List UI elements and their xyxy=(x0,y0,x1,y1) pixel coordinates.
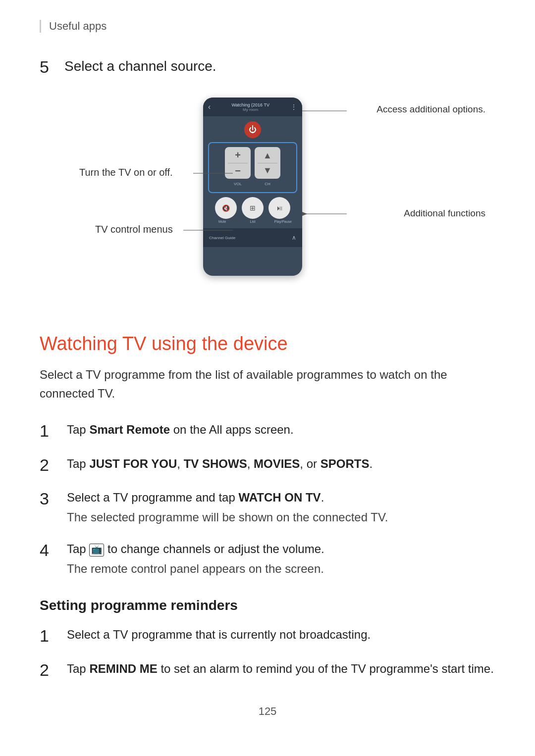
step-5-row: 5 Select a channel source. xyxy=(40,57,495,75)
step-5-number: 5 xyxy=(40,58,64,75)
step-2-content: Tap JUST FOR YOU, TV SHOWS, MOVIES, or S… xyxy=(67,455,495,473)
reminder-2-num: 2 xyxy=(40,660,67,680)
tv-control-label: TV control menus xyxy=(95,224,173,235)
step-3-content: Select a TV programme and tap WATCH ON T… xyxy=(67,489,495,526)
reminders-title: Setting programme reminders xyxy=(40,598,495,613)
section-title: Watching TV using the device xyxy=(40,333,495,355)
page-container: Useful apps 5 Select a channel source. T… xyxy=(0,0,535,756)
ch-down-icon: ▼ xyxy=(263,165,272,176)
reminder-step-1: 1 Select a TV programme that is currentl… xyxy=(40,626,495,646)
annotation-tv-control: TV control menus xyxy=(95,224,173,235)
reminder-2-text: Tap REMIND ME to set an alarm to remind … xyxy=(67,662,494,675)
title-line2: My room xyxy=(213,107,288,112)
reminder-1-content: Select a TV programme that is currently … xyxy=(67,626,495,644)
page-number: 125 xyxy=(40,705,495,718)
mute-icon: 🔇 xyxy=(222,204,230,212)
title-area: Watching (2016 TV My room xyxy=(211,102,290,112)
vol-up-icon: + xyxy=(235,150,241,161)
phone-topbar: ‹ Watching (2016 TV My room ⋮ xyxy=(203,98,302,116)
turn-tv-label: Turn the TV on or off. xyxy=(79,167,173,178)
watching-tv-section: Watching TV using the device Select a TV… xyxy=(40,333,495,578)
playpause-button[interactable]: ⏯ xyxy=(268,197,290,219)
step-1-num: 1 xyxy=(40,421,67,441)
power-btn-area: ⏻ xyxy=(203,121,302,138)
reminder-step-2: 2 Tap REMIND ME to set an alarm to remin… xyxy=(40,660,495,680)
reminder-1-text: Select a TV programme that is currently … xyxy=(67,628,371,641)
channel-guide-bar: Channel Guide ∧ xyxy=(203,228,302,247)
ch-divider xyxy=(258,163,277,163)
vol-ch-row: + − ▲ ▼ xyxy=(212,147,293,179)
watching-step-4: 4 Tap 📺 to change channels or adjust the… xyxy=(40,540,495,578)
annotation-access-options: Access additional options. xyxy=(376,104,485,115)
mute-label: Mute xyxy=(212,220,233,223)
additional-functions-label: Additional functions xyxy=(404,208,485,218)
power-button[interactable]: ⏻ xyxy=(244,121,261,138)
volume-control[interactable]: + − xyxy=(225,147,251,179)
channel-guide-text: Channel Guide xyxy=(209,236,235,240)
playpause-icon: ⏯ xyxy=(276,204,283,212)
sports-bold: SPORTS xyxy=(321,457,370,470)
step-1-content: Tap Smart Remote on the All apps screen. xyxy=(67,421,495,439)
annotation-additional-functions: Additional functions xyxy=(404,208,485,219)
reminder-1-num: 1 xyxy=(40,626,67,646)
grid-icon: ⊞ xyxy=(250,204,256,212)
watching-step-2: 2 Tap JUST FOR YOU, TV SHOWS, MOVIES, or… xyxy=(40,455,495,475)
bottom-icon-labels: Mute List Play/Pause xyxy=(203,219,302,224)
step-5-text: Select a channel source. xyxy=(64,57,216,75)
just-for-you-bold: JUST FOR YOU xyxy=(89,457,177,470)
menu-dots-icon: ⋮ xyxy=(290,103,297,111)
power-icon: ⏻ xyxy=(249,125,257,134)
step-4-main: Tap 📺 to change channels or adjust the v… xyxy=(67,542,324,555)
vol-down-icon: − xyxy=(235,165,241,177)
watch-on-tv-bold: WATCH ON TV xyxy=(238,491,321,504)
ctrl-labels-row: VOL CH xyxy=(212,182,293,186)
step-1-text: Tap Smart Remote on the All apps screen. xyxy=(67,423,294,436)
step-2-num: 2 xyxy=(40,455,67,475)
svg-marker-4 xyxy=(302,212,307,216)
step-4-sub: The remote control panel appears on the … xyxy=(67,560,495,578)
tv-shows-bold: TV SHOWS xyxy=(184,457,247,470)
diagram-container: Turn the TV on or off. TV control menus … xyxy=(40,90,495,308)
vol-divider xyxy=(228,163,248,163)
bottom-icons-row: 🔇 ⊞ ⏯ xyxy=(203,197,302,219)
vol-label: VOL xyxy=(225,182,251,186)
remote-mockup: ‹ Watching (2016 TV My room ⋮ ⏻ xyxy=(203,98,302,276)
ch-up-icon: ▲ xyxy=(263,151,272,161)
movies-bold: MOVIES xyxy=(254,457,300,470)
controls-highlight: + − ▲ ▼ VOL CH xyxy=(208,142,297,193)
step-3-sub: The selected programme will be shown on … xyxy=(67,508,495,526)
remote-inline-icon: 📺 xyxy=(89,544,104,556)
reminders-section: Setting programme reminders 1 Select a T… xyxy=(40,598,495,680)
access-options-label: Access additional options. xyxy=(376,104,485,114)
step-3-main: Select a TV programme and tap WATCH ON T… xyxy=(67,491,324,504)
watching-step-3: 3 Select a TV programme and tap WATCH ON… xyxy=(40,489,495,526)
annotation-turn-tv: Turn the TV on or off. xyxy=(79,167,173,178)
breadcrumb-text: Useful apps xyxy=(49,20,107,32)
channel-control[interactable]: ▲ ▼ xyxy=(255,147,280,179)
remind-me-bold: REMIND ME xyxy=(89,662,157,675)
step-4-num: 4 xyxy=(40,540,67,560)
playpause-label: Play/Pause xyxy=(272,220,294,223)
watching-step-1: 1 Tap Smart Remote on the All apps scree… xyxy=(40,421,495,441)
step-2-text: Tap JUST FOR YOU, TV SHOWS, MOVIES, or S… xyxy=(67,457,373,470)
reminder-2-content: Tap REMIND ME to set an alarm to remind … xyxy=(67,660,495,678)
title-line1: Watching (2016 TV xyxy=(213,102,288,107)
step-3-num: 3 xyxy=(40,489,67,509)
step-4-content: Tap 📺 to change channels or adjust the v… xyxy=(67,540,495,578)
grid-button[interactable]: ⊞ xyxy=(242,197,264,219)
channel-guide-chevron: ∧ xyxy=(292,234,296,241)
breadcrumb: Useful apps xyxy=(40,20,495,33)
remote-phone-body: ‹ Watching (2016 TV My room ⋮ ⏻ xyxy=(203,98,302,276)
list-label: List xyxy=(242,220,264,223)
section-intro: Select a TV programme from the list of a… xyxy=(40,365,495,403)
mute-button[interactable]: 🔇 xyxy=(215,197,237,219)
ch-label: CH xyxy=(255,182,280,186)
smart-remote-bold: Smart Remote xyxy=(89,423,170,436)
